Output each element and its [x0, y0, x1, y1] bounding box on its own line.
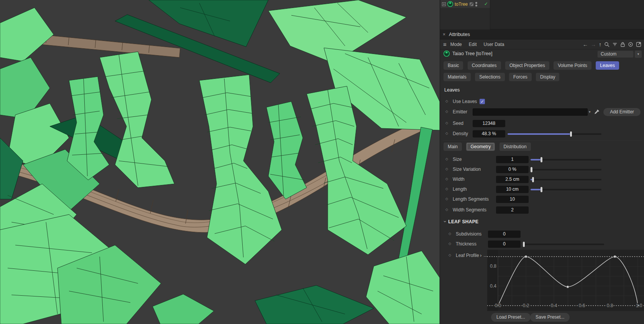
width-segments-label: Width Segments — [453, 207, 486, 213]
collapse-chevron-icon[interactable]: › — [442, 221, 448, 222]
curve-point[interactable] — [614, 255, 616, 258]
object-name[interactable]: toTree — [455, 2, 468, 7]
tab-display[interactable]: Display — [536, 73, 559, 81]
layer-icon[interactable] — [469, 2, 474, 7]
density-label: Density — [453, 131, 468, 136]
close-icon[interactable]: × — [443, 32, 445, 37]
width-label: Width — [453, 177, 465, 182]
forward-arrow-icon[interactable]: → — [591, 41, 596, 47]
seed-value[interactable]: 12348 — [473, 120, 505, 127]
load-preset-button[interactable]: Load Preset... — [491, 313, 531, 322]
tree-object-icon — [447, 1, 453, 7]
param-diamond-icon: ◇ — [445, 208, 448, 211]
thickness-value[interactable]: 0 — [488, 241, 521, 248]
width-segments-value[interactable]: 2 — [496, 206, 529, 214]
x-tick: 0.6 — [579, 303, 585, 308]
expand-icon[interactable] — [442, 2, 446, 6]
size-variation-slider[interactable] — [531, 169, 601, 170]
width-value[interactable]: 2.5 cm — [496, 176, 529, 183]
leaf-shape-group-header[interactable]: › LEAF SHAPE — [444, 219, 478, 224]
row-thickness: ◇ Thickness 0 — [440, 240, 644, 249]
emitter-label: Emitter — [453, 109, 467, 115]
size-value[interactable]: 1 — [496, 156, 529, 163]
thickness-label: Thickness — [456, 241, 476, 247]
search-icon[interactable] — [604, 42, 610, 47]
preset-select-arrow-icon[interactable]: ▾ — [635, 51, 642, 58]
hamburger-icon[interactable]: ≡ — [443, 41, 447, 47]
enabled-check-icon[interactable]: ✓ — [484, 1, 488, 7]
subtab-geometry[interactable]: Geometry — [466, 142, 495, 151]
param-diamond-icon: ◇ — [445, 157, 448, 161]
tab-leaves[interactable]: Leaves — [596, 61, 619, 70]
menu-user-data[interactable]: User Data — [483, 42, 504, 47]
param-diamond-icon: ◇ — [449, 253, 451, 257]
emitter-link-field[interactable] — [473, 108, 588, 116]
add-emitter-button[interactable]: Add Emitter — [603, 108, 641, 116]
object-tree-item[interactable]: toTree ✓ — [440, 0, 490, 8]
length-value[interactable]: 10 cm — [496, 186, 529, 193]
tab-selections[interactable]: Selections — [475, 73, 504, 81]
leaf-profile-graph[interactable]: 0.8 0.4 0.0 0.2 0.4 0.6 0.8 1.0 — [487, 250, 644, 311]
menu-mode[interactable]: Mode — [450, 42, 462, 47]
tab-forces[interactable]: Forces — [509, 73, 532, 81]
preset-select[interactable]: Custom — [597, 51, 634, 58]
row-width-segments: ◇ Width Segments 2 — [440, 206, 644, 215]
filter-icon[interactable] — [612, 42, 618, 47]
new-window-icon[interactable] — [636, 42, 641, 47]
expand-right-icon[interactable]: › — [480, 252, 481, 258]
density-slider[interactable] — [508, 133, 601, 135]
tab-coordinates[interactable]: Coordinates — [468, 61, 501, 70]
row-length: ◇ Length 10 cm — [440, 185, 644, 194]
eyedropper-icon[interactable] — [594, 109, 600, 115]
param-diamond-icon: ◇ — [445, 177, 448, 181]
back-arrow-icon[interactable]: ← — [583, 41, 588, 47]
lock-icon[interactable] — [620, 42, 625, 47]
tree-object-icon — [444, 51, 450, 57]
curve-point[interactable] — [525, 255, 527, 258]
up-arrow-icon[interactable]: ↑ — [599, 41, 601, 47]
density-value[interactable]: 48.3 % — [473, 130, 505, 137]
size-slider[interactable] — [531, 159, 601, 160]
width-slider[interactable] — [531, 179, 601, 180]
attributes-titlebar: × Attributes — [440, 29, 644, 39]
row-seed: ◇ Seed 12348 — [440, 119, 644, 128]
panel-title: Attributes — [449, 31, 470, 37]
param-diamond-icon: ◇ — [445, 131, 448, 135]
param-diamond-icon: ◇ — [449, 232, 451, 236]
subdivisions-value[interactable]: 0 — [488, 231, 521, 238]
tab-materials[interactable]: Materials — [444, 73, 471, 81]
param-diamond-icon: ◇ — [445, 110, 448, 113]
save-preset-button[interactable]: Save Preset... — [530, 313, 570, 322]
curve-point[interactable] — [567, 286, 569, 288]
size-variation-value[interactable]: 0 % — [496, 166, 529, 173]
row-width: ◇ Width 2.5 cm — [440, 175, 644, 184]
subdivisions-label: Subdivisions — [456, 231, 481, 237]
param-diamond-icon: ◇ — [445, 187, 448, 191]
subtab-row: Main Geometry Distribution — [444, 142, 534, 151]
spline-chart: 0.8 0.4 0.0 0.2 0.4 0.6 0.8 1.0 — [487, 250, 644, 311]
tab-volume-points[interactable]: Volume Points — [554, 61, 591, 70]
param-diamond-icon: ◇ — [445, 99, 448, 103]
app-window: toTree ✓ × Attributes ≡ Mode Edit User D… — [0, 0, 644, 324]
menu-edit[interactable]: Edit — [469, 42, 477, 47]
viewport-3d[interactable] — [0, 0, 440, 324]
tab-basic[interactable]: Basic — [444, 61, 463, 70]
divider — [442, 140, 642, 141]
target-icon[interactable] — [628, 42, 633, 47]
param-diamond-icon: ◇ — [445, 197, 448, 201]
y-tick: 0.4 — [490, 283, 496, 289]
object-title: Taiao Tree [toTree] — [452, 51, 492, 56]
tab-object-properties[interactable]: Object Properties — [505, 61, 549, 70]
length-segments-value[interactable]: 10 — [496, 196, 529, 203]
emitter-dropdown-arrow-icon[interactable]: ▾ — [589, 110, 591, 114]
use-leaves-checkbox[interactable]: ✓ — [480, 99, 485, 104]
visibility-dots-icon[interactable] — [475, 2, 477, 7]
thickness-slider[interactable] — [523, 244, 604, 245]
subtab-distribution[interactable]: Distribution — [499, 142, 531, 151]
length-label: Length — [453, 187, 467, 192]
length-slider[interactable] — [531, 189, 601, 190]
x-tick: 0.2 — [523, 303, 529, 308]
x-tick: 1.0 — [636, 303, 642, 308]
size-variation-label: Size Variation — [453, 167, 481, 172]
subtab-main[interactable]: Main — [444, 142, 462, 151]
